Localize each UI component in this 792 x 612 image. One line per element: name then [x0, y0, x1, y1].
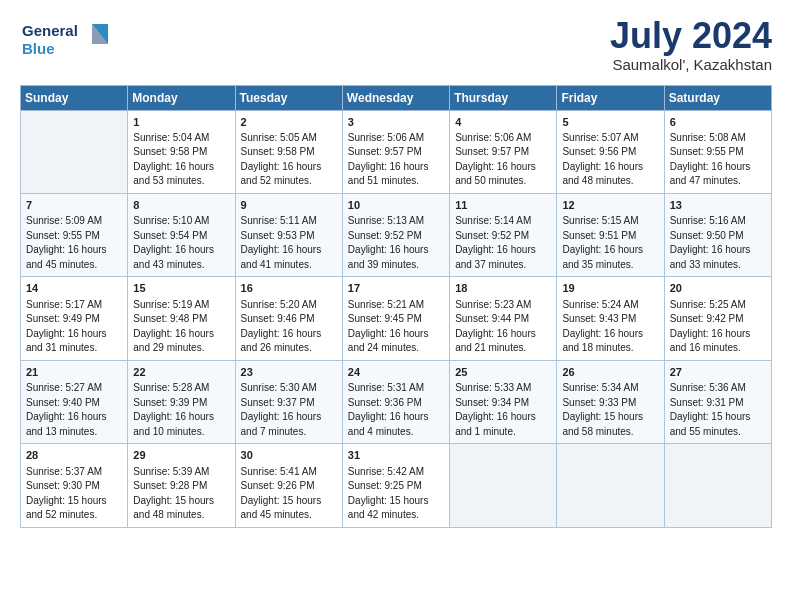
- day-number: 22: [133, 365, 229, 380]
- day-number: 17: [348, 281, 444, 296]
- day-info: Sunrise: 5:20 AMSunset: 9:46 PMDaylight:…: [241, 298, 337, 356]
- svg-text:Blue: Blue: [22, 40, 55, 57]
- logo: General Blue: [20, 16, 110, 66]
- day-info: Sunrise: 5:19 AMSunset: 9:48 PMDaylight:…: [133, 298, 229, 356]
- calendar-table: SundayMondayTuesdayWednesdayThursdayFrid…: [20, 85, 772, 528]
- day-info: Sunrise: 5:17 AMSunset: 9:49 PMDaylight:…: [26, 298, 122, 356]
- cell-w4-d1: 21Sunrise: 5:27 AMSunset: 9:40 PMDayligh…: [21, 360, 128, 443]
- cell-w4-d2: 22Sunrise: 5:28 AMSunset: 9:39 PMDayligh…: [128, 360, 235, 443]
- day-number: 6: [670, 115, 766, 130]
- cell-w3-d1: 14Sunrise: 5:17 AMSunset: 9:49 PMDayligh…: [21, 277, 128, 360]
- cell-w1-d5: 4Sunrise: 5:06 AMSunset: 9:57 PMDaylight…: [450, 110, 557, 193]
- day-number: 2: [241, 115, 337, 130]
- day-info: Sunrise: 5:05 AMSunset: 9:58 PMDaylight:…: [241, 131, 337, 189]
- day-info: Sunrise: 5:06 AMSunset: 9:57 PMDaylight:…: [455, 131, 551, 189]
- header-tuesday: Tuesday: [235, 85, 342, 110]
- cell-w3-d2: 15Sunrise: 5:19 AMSunset: 9:48 PMDayligh…: [128, 277, 235, 360]
- day-info: Sunrise: 5:28 AMSunset: 9:39 PMDaylight:…: [133, 381, 229, 439]
- calendar-header-row: SundayMondayTuesdayWednesdayThursdayFrid…: [21, 85, 772, 110]
- cell-w5-d1: 28Sunrise: 5:37 AMSunset: 9:30 PMDayligh…: [21, 444, 128, 527]
- day-info: Sunrise: 5:14 AMSunset: 9:52 PMDaylight:…: [455, 214, 551, 272]
- day-number: 12: [562, 198, 658, 213]
- title-area: July 2024 Saumalkol', Kazakhstan: [610, 16, 772, 73]
- cell-w5-d7: [664, 444, 771, 527]
- day-info: Sunrise: 5:27 AMSunset: 9:40 PMDaylight:…: [26, 381, 122, 439]
- cell-w4-d7: 27Sunrise: 5:36 AMSunset: 9:31 PMDayligh…: [664, 360, 771, 443]
- day-info: Sunrise: 5:09 AMSunset: 9:55 PMDaylight:…: [26, 214, 122, 272]
- cell-w3-d7: 20Sunrise: 5:25 AMSunset: 9:42 PMDayligh…: [664, 277, 771, 360]
- header-sunday: Sunday: [21, 85, 128, 110]
- cell-w5-d6: [557, 444, 664, 527]
- day-info: Sunrise: 5:13 AMSunset: 9:52 PMDaylight:…: [348, 214, 444, 272]
- day-number: 5: [562, 115, 658, 130]
- day-number: 14: [26, 281, 122, 296]
- day-number: 30: [241, 448, 337, 463]
- day-number: 28: [26, 448, 122, 463]
- header: General Blue July 2024 Saumalkol', Kazak…: [20, 16, 772, 73]
- day-info: Sunrise: 5:36 AMSunset: 9:31 PMDaylight:…: [670, 381, 766, 439]
- cell-w5-d5: [450, 444, 557, 527]
- calendar-body: 1Sunrise: 5:04 AMSunset: 9:58 PMDaylight…: [21, 110, 772, 527]
- day-info: Sunrise: 5:21 AMSunset: 9:45 PMDaylight:…: [348, 298, 444, 356]
- main-title: July 2024: [610, 16, 772, 56]
- week-row-4: 21Sunrise: 5:27 AMSunset: 9:40 PMDayligh…: [21, 360, 772, 443]
- cell-w2-d3: 9Sunrise: 5:11 AMSunset: 9:53 PMDaylight…: [235, 193, 342, 276]
- cell-w4-d6: 26Sunrise: 5:34 AMSunset: 9:33 PMDayligh…: [557, 360, 664, 443]
- cell-w1-d3: 2Sunrise: 5:05 AMSunset: 9:58 PMDaylight…: [235, 110, 342, 193]
- day-number: 18: [455, 281, 551, 296]
- header-thursday: Thursday: [450, 85, 557, 110]
- day-info: Sunrise: 5:16 AMSunset: 9:50 PMDaylight:…: [670, 214, 766, 272]
- day-number: 8: [133, 198, 229, 213]
- cell-w2-d2: 8Sunrise: 5:10 AMSunset: 9:54 PMDaylight…: [128, 193, 235, 276]
- day-info: Sunrise: 5:42 AMSunset: 9:25 PMDaylight:…: [348, 465, 444, 523]
- cell-w3-d5: 18Sunrise: 5:23 AMSunset: 9:44 PMDayligh…: [450, 277, 557, 360]
- day-number: 15: [133, 281, 229, 296]
- cell-w2-d1: 7Sunrise: 5:09 AMSunset: 9:55 PMDaylight…: [21, 193, 128, 276]
- cell-w2-d5: 11Sunrise: 5:14 AMSunset: 9:52 PMDayligh…: [450, 193, 557, 276]
- day-info: Sunrise: 5:31 AMSunset: 9:36 PMDaylight:…: [348, 381, 444, 439]
- day-info: Sunrise: 5:08 AMSunset: 9:55 PMDaylight:…: [670, 131, 766, 189]
- header-wednesday: Wednesday: [342, 85, 449, 110]
- day-number: 27: [670, 365, 766, 380]
- day-number: 11: [455, 198, 551, 213]
- cell-w5-d4: 31Sunrise: 5:42 AMSunset: 9:25 PMDayligh…: [342, 444, 449, 527]
- day-number: 24: [348, 365, 444, 380]
- day-info: Sunrise: 5:24 AMSunset: 9:43 PMDaylight:…: [562, 298, 658, 356]
- subtitle: Saumalkol', Kazakhstan: [610, 56, 772, 73]
- day-info: Sunrise: 5:15 AMSunset: 9:51 PMDaylight:…: [562, 214, 658, 272]
- day-info: Sunrise: 5:10 AMSunset: 9:54 PMDaylight:…: [133, 214, 229, 272]
- day-number: 3: [348, 115, 444, 130]
- day-info: Sunrise: 5:34 AMSunset: 9:33 PMDaylight:…: [562, 381, 658, 439]
- day-number: 4: [455, 115, 551, 130]
- day-number: 20: [670, 281, 766, 296]
- day-info: Sunrise: 5:37 AMSunset: 9:30 PMDaylight:…: [26, 465, 122, 523]
- day-number: 23: [241, 365, 337, 380]
- cell-w2-d6: 12Sunrise: 5:15 AMSunset: 9:51 PMDayligh…: [557, 193, 664, 276]
- day-info: Sunrise: 5:25 AMSunset: 9:42 PMDaylight:…: [670, 298, 766, 356]
- day-number: 19: [562, 281, 658, 296]
- cell-w3-d6: 19Sunrise: 5:24 AMSunset: 9:43 PMDayligh…: [557, 277, 664, 360]
- day-number: 25: [455, 365, 551, 380]
- header-monday: Monday: [128, 85, 235, 110]
- day-number: 29: [133, 448, 229, 463]
- cell-w5-d2: 29Sunrise: 5:39 AMSunset: 9:28 PMDayligh…: [128, 444, 235, 527]
- day-number: 7: [26, 198, 122, 213]
- logo-area: General Blue: [20, 16, 110, 66]
- page: General Blue July 2024 Saumalkol', Kazak…: [0, 0, 792, 612]
- day-info: Sunrise: 5:04 AMSunset: 9:58 PMDaylight:…: [133, 131, 229, 189]
- week-row-1: 1Sunrise: 5:04 AMSunset: 9:58 PMDaylight…: [21, 110, 772, 193]
- header-saturday: Saturday: [664, 85, 771, 110]
- day-info: Sunrise: 5:33 AMSunset: 9:34 PMDaylight:…: [455, 381, 551, 439]
- cell-w1-d2: 1Sunrise: 5:04 AMSunset: 9:58 PMDaylight…: [128, 110, 235, 193]
- cell-w4-d4: 24Sunrise: 5:31 AMSunset: 9:36 PMDayligh…: [342, 360, 449, 443]
- day-info: Sunrise: 5:07 AMSunset: 9:56 PMDaylight:…: [562, 131, 658, 189]
- week-row-5: 28Sunrise: 5:37 AMSunset: 9:30 PMDayligh…: [21, 444, 772, 527]
- day-info: Sunrise: 5:39 AMSunset: 9:28 PMDaylight:…: [133, 465, 229, 523]
- day-number: 1: [133, 115, 229, 130]
- cell-w2-d4: 10Sunrise: 5:13 AMSunset: 9:52 PMDayligh…: [342, 193, 449, 276]
- day-number: 13: [670, 198, 766, 213]
- cell-w1-d1: [21, 110, 128, 193]
- week-row-2: 7Sunrise: 5:09 AMSunset: 9:55 PMDaylight…: [21, 193, 772, 276]
- day-number: 16: [241, 281, 337, 296]
- day-number: 9: [241, 198, 337, 213]
